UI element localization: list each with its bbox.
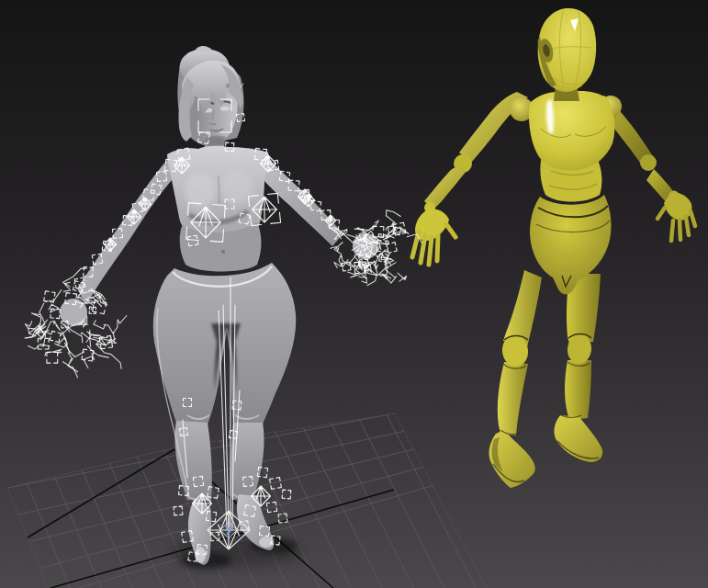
biped-mannequin-model[interactable] — [412, 8, 695, 488]
viewport-3d[interactable] — [0, 0, 708, 588]
scene-svg — [0, 0, 708, 588]
